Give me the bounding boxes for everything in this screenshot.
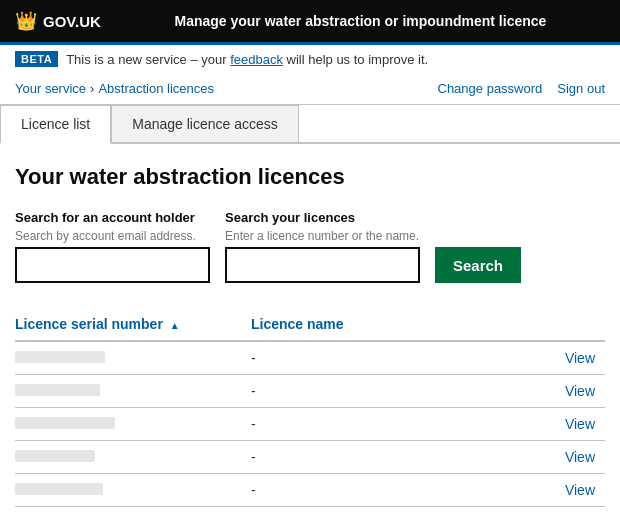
sort-serial-link[interactable]: Licence serial number ▲	[15, 316, 180, 332]
licences-table: Licence serial number ▲ Licence name -Vi…	[15, 308, 605, 507]
cell-action: View	[517, 441, 606, 474]
feedback-link[interactable]: feedback	[230, 52, 283, 67]
cell-serial	[15, 341, 251, 375]
table-row: -View	[15, 341, 605, 375]
tab-bar: Licence list Manage licence access	[0, 105, 620, 144]
gov-uk-logo: 👑 GOV.UK	[15, 10, 101, 32]
search-section: Search for an account holder Search by a…	[15, 210, 605, 283]
breadcrumb: Your service › Abstraction licences	[15, 81, 214, 96]
cell-serial	[15, 441, 251, 474]
table-row: -View	[15, 375, 605, 408]
search-button[interactable]: Search	[435, 247, 521, 283]
cell-serial	[15, 375, 251, 408]
search-licences-hint: Enter a licence number or the name.	[225, 229, 420, 243]
cell-serial	[15, 408, 251, 441]
change-password-link[interactable]: Change password	[438, 81, 543, 96]
cell-action: View	[517, 341, 606, 375]
crown-icon: 👑	[15, 10, 37, 32]
search-account-hint: Search by account email address.	[15, 229, 210, 243]
gov-uk-text: GOV.UK	[43, 13, 101, 30]
beta-banner: BETA This is a new service – your feedba…	[0, 42, 620, 73]
search-licences-input[interactable]	[225, 247, 420, 283]
serial-blurred	[15, 450, 95, 462]
beta-text: This is a new service – your feedback wi…	[66, 52, 428, 67]
sort-arrow-icon: ▲	[170, 320, 180, 331]
table-row: -View	[15, 474, 605, 507]
view-link[interactable]: View	[565, 383, 595, 399]
search-account-group: Search for an account holder Search by a…	[15, 210, 210, 283]
cell-serial	[15, 474, 251, 507]
search-licences-group: Search your licences Enter a licence num…	[225, 210, 420, 283]
serial-blurred	[15, 483, 103, 495]
breadcrumb-separator: ›	[90, 81, 94, 96]
cell-name: -	[251, 474, 517, 507]
header-title: Manage your water abstraction or impound…	[116, 13, 605, 29]
serial-blurred	[15, 384, 100, 396]
search-account-label: Search for an account holder	[15, 210, 210, 225]
page-title: Your water abstraction licences	[15, 164, 605, 190]
breadcrumb-current-link[interactable]: Abstraction licences	[98, 81, 214, 96]
site-header: 👑 GOV.UK Manage your water abstraction o…	[0, 0, 620, 42]
cell-action: View	[517, 408, 606, 441]
cell-action: View	[517, 474, 606, 507]
view-link[interactable]: View	[565, 416, 595, 432]
col-header-action	[517, 308, 606, 341]
top-actions: Change password Sign out	[438, 81, 606, 96]
serial-blurred	[15, 351, 105, 363]
cell-name: -	[251, 341, 517, 375]
tab-manage-licence-access[interactable]: Manage licence access	[111, 105, 299, 142]
col-header-name: Licence name	[251, 308, 517, 341]
search-account-input[interactable]	[15, 247, 210, 283]
search-licences-label: Search your licences	[225, 210, 420, 225]
cell-name: -	[251, 375, 517, 408]
tab-licence-list[interactable]: Licence list	[0, 105, 111, 144]
beta-badge: BETA	[15, 51, 58, 67]
cell-action: View	[517, 375, 606, 408]
breadcrumb-row: Your service › Abstraction licences Chan…	[0, 73, 620, 105]
breadcrumb-service-link[interactable]: Your service	[15, 81, 86, 96]
col-header-serial: Licence serial number ▲	[15, 308, 251, 341]
view-link[interactable]: View	[565, 449, 595, 465]
cell-name: -	[251, 408, 517, 441]
view-link[interactable]: View	[565, 482, 595, 498]
table-row: -View	[15, 441, 605, 474]
table-row: -View	[15, 408, 605, 441]
sign-out-link[interactable]: Sign out	[557, 81, 605, 96]
view-link[interactable]: View	[565, 350, 595, 366]
main-content: Your water abstraction licences Search f…	[0, 164, 620, 517]
sort-name-link[interactable]: Licence name	[251, 316, 344, 332]
cell-name: -	[251, 441, 517, 474]
serial-blurred	[15, 417, 115, 429]
